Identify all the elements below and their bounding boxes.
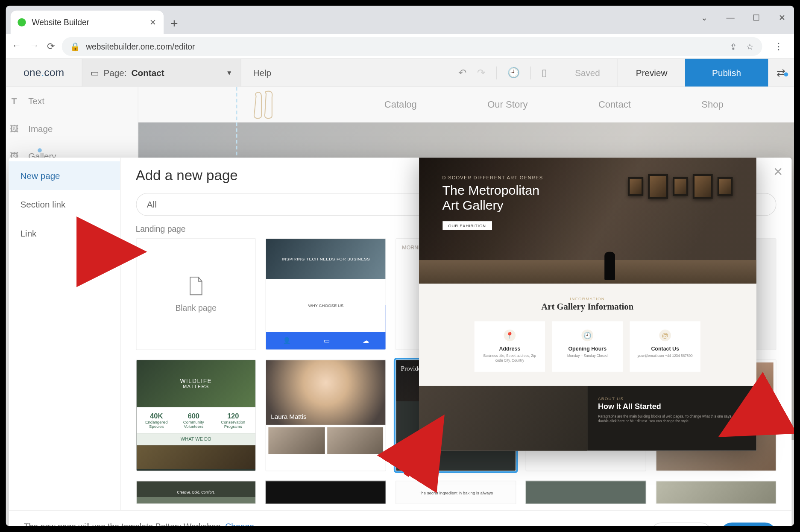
preview-about-body: Paragraphs are the main building blocks … — [598, 414, 745, 424]
undo-icon[interactable]: ↶ — [458, 67, 466, 79]
saved-status: Saved — [557, 67, 618, 77]
close-tab-icon[interactable]: ✕ — [149, 18, 157, 27]
help-menu[interactable]: Help — [241, 67, 283, 77]
stat-value: 120 — [213, 412, 253, 420]
template-tech[interactable]: INSPIRING TECH NEEDS FOR BUSINESS WHY CH… — [266, 238, 386, 350]
stat-label: Conservation Programs — [221, 420, 245, 428]
app-bar: one.com ▭ Page: Contact ▼ Help ↶ ↷ 🕘 ▯ S… — [6, 59, 794, 87]
clock-icon: 🕘 — [581, 330, 593, 342]
person-silhouette-icon — [604, 252, 615, 280]
stat-label: Endangered Species — [145, 420, 168, 428]
chevron-down-icon[interactable]: ⌄ — [699, 13, 711, 22]
card-lines: Business title, Street address, Zip code… — [479, 354, 540, 363]
new-tab-button[interactable]: + — [164, 13, 185, 34]
add-page-modal: ✕ New page Section link Link Add a new p… — [9, 158, 791, 526]
template-tiny[interactable]: Creative. Bold. Comfort. — [136, 481, 256, 504]
stat-value: 40K — [139, 412, 174, 420]
template-thumb-text: WHY CHOOSE US — [266, 279, 385, 332]
card-lines: Monday – Sunday Closed — [557, 354, 618, 359]
template-thumb-text: INSPIRING TECH NEEDS FOR BUSINESS — [266, 239, 385, 279]
cloud-icon: ☁ — [363, 337, 369, 345]
template-grid-row2: Creative. Bold. Comfort. The secret ingr… — [136, 481, 776, 504]
modal-tab-section-link[interactable]: Section link — [9, 190, 120, 219]
publish-button[interactable]: Publish — [685, 59, 768, 87]
page-selector[interactable]: ▭ Page: Contact ▼ — [82, 59, 241, 87]
forward-icon[interactable]: → — [29, 41, 39, 52]
preview-info-sub: INFORMATION — [431, 297, 744, 301]
preview-about-sub: ABOUT US — [598, 396, 745, 400]
mobile-icon[interactable]: ▯ — [542, 67, 547, 79]
zoom-icon[interactable]: ⊕ — [401, 451, 416, 466]
modal-tab-new-page[interactable]: New page — [9, 161, 120, 190]
settings-toggle-icon[interactable]: ⇄ — [768, 66, 794, 79]
caret-down-icon: ▼ — [226, 69, 232, 76]
template-thumb-text: MATTERS — [183, 384, 209, 389]
modal-overlay: ✕ New page Section link Link Add a new p… — [6, 87, 794, 526]
maximize-icon[interactable]: ☐ — [750, 13, 762, 22]
template-tiny[interactable] — [266, 481, 386, 504]
add-button[interactable]: Add — [720, 523, 776, 526]
file-icon — [188, 276, 204, 297]
preview-info-title: Art Gallery Information — [431, 302, 744, 312]
minimize-icon[interactable]: ― — [724, 13, 736, 22]
card-lines: your@email.com +44 1234 567890 — [634, 354, 695, 359]
page-icon: ▭ — [91, 67, 99, 78]
share-icon[interactable]: ⇪ — [730, 41, 737, 51]
reload-icon[interactable]: ⟳ — [47, 41, 55, 52]
close-icon[interactable]: ✕ — [773, 165, 783, 179]
redo-icon[interactable]: ↷ — [477, 67, 485, 79]
address-bar: ← → ⟳ 🔒 websitebuilder.one.com/editor ⇪ … — [6, 34, 794, 59]
card-title: Contact Us — [634, 346, 695, 352]
modal-sidebar: New page Section link Link — [9, 158, 120, 510]
browser-tab[interactable]: Website Builder ✕ — [11, 11, 164, 34]
change-template-link[interactable]: Change — [225, 522, 254, 526]
lock-icon: 🔒 — [70, 41, 80, 51]
modal-tab-link[interactable]: Link — [9, 219, 120, 248]
template-tiny[interactable]: The secret ingredient in baking is alway… — [396, 481, 516, 504]
stat-label: Community Volunteers — [183, 420, 204, 428]
template-thumb-text: The secret ingredient in baking is alway… — [419, 491, 493, 495]
template-thumb-text: Creative. Bold. Comfort. — [177, 491, 215, 494]
cancel-button[interactable]: Cancel — [651, 523, 712, 526]
template-wildlife[interactable]: WILDLIFEMATTERS 40KEndangered Species 60… — [136, 360, 256, 471]
card-title: Address — [479, 346, 540, 352]
template-tiny[interactable] — [656, 481, 776, 504]
preview-info-card: 🕘Opening HoursMonday – Sunday Closed — [552, 321, 623, 371]
template-thumb-text: WHAT WE DO — [136, 433, 255, 445]
back-icon[interactable]: ← — [12, 41, 21, 52]
page-value: Contact — [132, 67, 164, 77]
window-controls: ⌄ ― ☐ ✕ — [699, 13, 788, 22]
template-tiny[interactable] — [525, 481, 646, 504]
history-icon[interactable]: 🕘 — [507, 67, 520, 79]
person-icon: 👤 — [283, 337, 291, 345]
preview-cta-pill: OUR EXHIBITION — [442, 221, 492, 230]
nav-arrows: ← → ⟳ — [12, 41, 55, 52]
card-title: Opening Hours — [557, 346, 618, 352]
blank-label: Blank page — [175, 303, 217, 312]
brand-logo[interactable]: one.com — [6, 59, 82, 87]
card-icon: ▭ — [324, 337, 330, 345]
preview-info-card: 📍AddressBusiness title, Street address, … — [475, 321, 545, 371]
preview-button[interactable]: Preview — [618, 59, 685, 87]
preview-about-title: How It All Started — [598, 402, 745, 411]
tab-title: Website Builder — [32, 18, 89, 27]
browser-tabstrip: Website Builder ✕ + ⌄ ― ☐ ✕ — [6, 6, 794, 34]
footer-text: The new page will use the template Potte… — [24, 520, 254, 526]
favicon-icon — [18, 18, 26, 26]
template-blank[interactable]: Blank page — [136, 238, 256, 350]
template-preview-popover: DISCOVER DIFFERENT ART GENRES The Metrop… — [419, 158, 756, 450]
preview-title: Art Gallery — [442, 198, 504, 212]
url-text: websitebuilder.one.com/editor — [86, 41, 195, 51]
template-laura[interactable]: Laura Mattis — [266, 360, 386, 471]
stat-value: 600 — [174, 412, 213, 420]
star-icon[interactable]: ☆ — [746, 41, 754, 51]
close-window-icon[interactable]: ✕ — [777, 13, 788, 22]
page-label: Page: — [104, 67, 127, 77]
modal-footer: The new page will use the template Potte… — [9, 510, 791, 526]
preview-title: The Metropolitan — [442, 183, 539, 198]
kebab-icon[interactable]: ⋮ — [769, 41, 788, 52]
url-field[interactable]: 🔒 websitebuilder.one.com/editor ⇪ ☆ — [62, 37, 762, 56]
pin-icon: 📍 — [504, 330, 516, 342]
template-thumb-text: WILDLIFE — [180, 378, 212, 384]
at-icon: @ — [659, 330, 671, 342]
